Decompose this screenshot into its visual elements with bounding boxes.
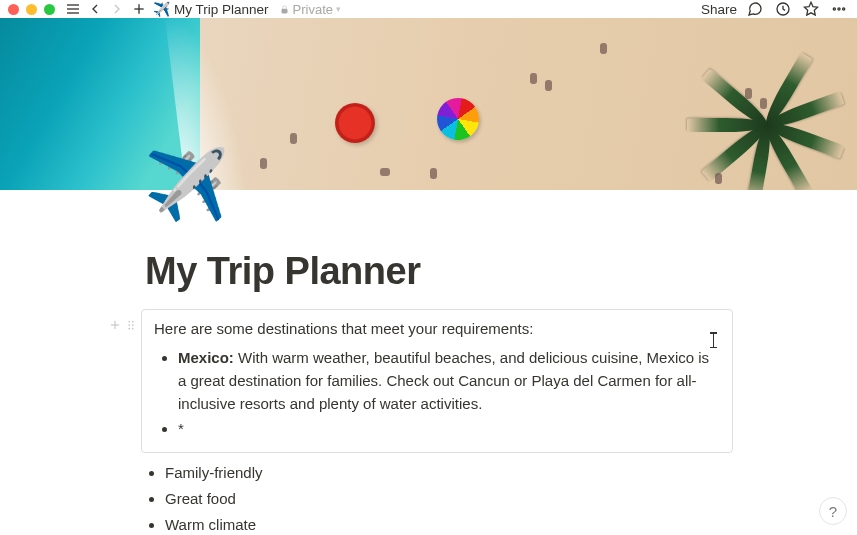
- svg-point-13: [128, 321, 130, 323]
- svg-point-14: [132, 321, 134, 323]
- topbar: ✈️ My Trip Planner Private ▾ Share: [0, 0, 857, 18]
- maximize-window-button[interactable]: [44, 4, 55, 15]
- comments-icon[interactable]: [745, 0, 765, 19]
- svg-marker-7: [804, 2, 817, 15]
- svg-point-10: [843, 8, 845, 10]
- ai-suggestion-list: Mexico: With warm weather, beautiful bea…: [154, 345, 718, 442]
- share-button[interactable]: Share: [701, 2, 737, 17]
- svg-point-16: [132, 324, 134, 326]
- text-cursor-icon: [713, 332, 714, 348]
- list-item[interactable]: Great food: [165, 486, 760, 512]
- ai-intro-text: Here are some destinations that meet you…: [154, 318, 718, 341]
- block-handle[interactable]: [108, 318, 138, 332]
- chevron-down-icon: ▾: [336, 4, 341, 14]
- svg-point-18: [132, 328, 134, 330]
- visibility-indicator[interactable]: Private ▾: [279, 2, 341, 17]
- breadcrumb-title: My Trip Planner: [174, 2, 269, 17]
- forward-button[interactable]: [107, 0, 127, 19]
- sidebar-toggle-icon[interactable]: [63, 0, 83, 19]
- more-icon[interactable]: [829, 0, 849, 19]
- svg-point-8: [833, 8, 835, 10]
- updates-icon[interactable]: [773, 0, 793, 19]
- new-page-button[interactable]: [129, 0, 149, 19]
- list-item[interactable]: Warm climate: [165, 512, 760, 535]
- breadcrumb[interactable]: ✈️ My Trip Planner: [153, 1, 269, 17]
- page-content: My Trip Planner Here are some destinatio…: [0, 190, 760, 535]
- list-item[interactable]: Family-friendly: [165, 460, 760, 486]
- list-item[interactable]: Mexico: With warm weather, beautiful bea…: [178, 345, 718, 417]
- page-title[interactable]: My Trip Planner: [145, 250, 760, 293]
- requirements-list: Family-friendly Great food Warm climate …: [141, 460, 760, 536]
- back-button[interactable]: [85, 0, 105, 19]
- cover-decoration: [727, 58, 857, 190]
- window-controls: [8, 4, 55, 15]
- svg-point-17: [128, 328, 130, 330]
- ai-response-block[interactable]: Here are some destinations that meet you…: [141, 309, 733, 453]
- favorite-icon[interactable]: [801, 0, 821, 19]
- svg-point-9: [838, 8, 840, 10]
- list-item[interactable]: *: [178, 416, 718, 441]
- svg-point-15: [128, 324, 130, 326]
- svg-rect-5: [281, 9, 287, 13]
- help-button[interactable]: ?: [819, 497, 847, 525]
- minimize-window-button[interactable]: [26, 4, 37, 15]
- cover-decoration: [335, 103, 375, 143]
- page-emoji-icon[interactable]: ✈️: [144, 150, 229, 218]
- lock-icon: [279, 4, 290, 15]
- drag-handle-icon: [124, 318, 138, 332]
- cover-image[interactable]: [0, 18, 857, 190]
- close-window-button[interactable]: [8, 4, 19, 15]
- visibility-label: Private: [293, 2, 333, 17]
- plus-icon: [108, 318, 122, 332]
- breadcrumb-emoji-icon: ✈️: [153, 1, 170, 17]
